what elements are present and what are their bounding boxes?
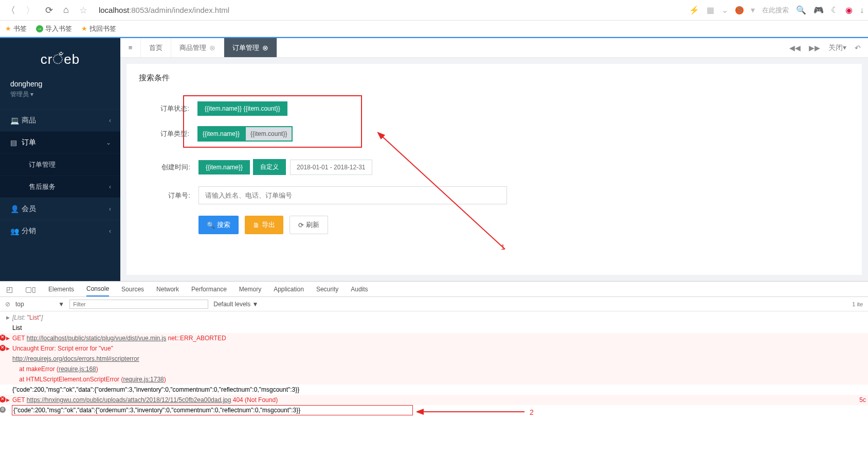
- tab-bar: ≡ 首页 商品管理⊗ 订单管理⊗ ◀◀ ▶▶ 关闭▾ ↶: [120, 38, 868, 58]
- chevron-left-icon: ‹: [109, 117, 111, 124]
- sidebar-item-order-manage[interactable]: 订单管理: [0, 153, 120, 176]
- sogou-icon[interactable]: S: [735, 6, 744, 14]
- night-mode-icon[interactable]: ☾: [831, 5, 838, 15]
- address-bar[interactable]: localhost:8053/admin/index/index.html: [99, 6, 229, 14]
- app-root: crਁeb dongheng 管理员 ▾ 💻商品‹ ▤订单⌄ 订单管理 售后服务…: [0, 38, 868, 281]
- forward-icon[interactable]: 〉: [24, 4, 37, 16]
- console-filter-input[interactable]: [69, 300, 208, 309]
- download-icon[interactable]: ↓: [860, 6, 864, 15]
- chevron-down-icon[interactable]: ⌄: [721, 5, 728, 15]
- chevron-left-icon: ‹: [109, 183, 111, 190]
- hidden-count: 1 ite: [852, 301, 863, 307]
- laptop-icon: 💻: [10, 116, 22, 125]
- tab-next-icon[interactable]: ▶▶: [809, 44, 820, 52]
- home-icon[interactable]: ⌂: [61, 5, 71, 15]
- app-logo: crਁeb: [0, 38, 120, 77]
- dt-tab-performance[interactable]: Performance: [191, 286, 227, 293]
- console-error-line[interactable]: at HTMLScriptElement.onScriptError (requ…: [0, 374, 868, 384]
- error-icon: ✕: [0, 335, 6, 341]
- create-time-label: 创建时间:: [139, 163, 190, 172]
- search-button[interactable]: 🔍搜索: [198, 216, 239, 234]
- flash-icon[interactable]: ⚡: [689, 5, 699, 15]
- sidebar-item-member[interactable]: 👤会员‹: [0, 198, 120, 220]
- dt-tab-console[interactable]: Console: [86, 285, 109, 296]
- chevron-left-icon: ‹: [109, 228, 111, 235]
- time-preset-pill[interactable]: {{item.name}}: [198, 160, 250, 174]
- dt-tab-network[interactable]: Network: [156, 286, 179, 293]
- highlight-box-1: 订单状态: {{item.name}} {{item.count}} 订单类型:…: [183, 95, 362, 148]
- order-status-pill[interactable]: {{item.name}} {{item.count}}: [197, 101, 287, 116]
- tab-order-manage[interactable]: 订单管理⊗: [224, 38, 277, 57]
- bookmarks-menu[interactable]: ★书签: [5, 24, 27, 33]
- console-error-line[interactable]: ✕▶GET http://localhost/public/static/plu…: [0, 333, 868, 343]
- console-filter-bar: ⊘ top ▼ Default levels ▼ 1 ite: [0, 297, 868, 311]
- refresh-button[interactable]: ⟳刷新: [290, 216, 328, 234]
- star-icon: ★: [81, 25, 87, 32]
- date-range-input[interactable]: 2018-01-01 - 2018-12-31: [290, 160, 372, 175]
- console-error-line[interactable]: ✕▶GET https://hnxingwu.com/public/upload…: [0, 395, 868, 405]
- console-error-line[interactable]: ✕▶Uncaught Error: Script error for "vue": [0, 343, 868, 354]
- undo-icon[interactable]: ↶: [855, 44, 861, 52]
- search-icon: 🔍: [207, 221, 215, 229]
- favorite-star-icon[interactable]: ☆: [77, 5, 89, 16]
- game-icon[interactable]: 🎮: [813, 5, 824, 15]
- close-icon[interactable]: ⊗: [209, 44, 215, 52]
- order-type-pill[interactable]: {{item.name}} {{item.count}}: [197, 126, 293, 142]
- search-panel: 搜索条件 订单状态: {{item.name}} {{item.count}} …: [126, 64, 862, 275]
- sidebar-item-order[interactable]: ▤订单⌄: [0, 131, 120, 153]
- sidebar-item-goods[interactable]: 💻商品‹: [0, 109, 120, 131]
- tab-home[interactable]: 首页: [141, 38, 171, 57]
- sidebar-item-after-sales[interactable]: 售后服务‹: [0, 176, 120, 198]
- console-line[interactable]: 8{"code":200,"msg":"ok","data":{"ordernu…: [0, 405, 868, 415]
- error-icon: ✕: [0, 396, 6, 403]
- clear-console-icon[interactable]: ⊘: [5, 301, 10, 308]
- qr-icon[interactable]: ▦: [707, 5, 714, 15]
- console-output: ▶[List: "List"] List ✕▶GET http://localh…: [0, 311, 868, 418]
- order-status-label: 订单状态:: [138, 104, 189, 113]
- highlight-box-2: {"code":200,"msg":"ok","data":{"ordernum…: [12, 406, 412, 415]
- console-error-line[interactable]: at makeError (require.js:168): [0, 364, 868, 374]
- dt-tab-application[interactable]: Application: [274, 286, 304, 293]
- console-error-line[interactable]: http://requirejs.org/docs/errors.html#sc…: [0, 354, 868, 364]
- dt-tab-sources[interactable]: Sources: [121, 286, 144, 293]
- user-block: dongheng 管理员 ▾: [0, 77, 120, 109]
- search-icon[interactable]: 🔍: [796, 5, 806, 15]
- console-line[interactable]: List: [0, 323, 868, 333]
- import-icon: →: [36, 25, 43, 32]
- tab-goods-manage[interactable]: 商品管理⊗: [171, 38, 224, 57]
- dt-tab-elements[interactable]: Elements: [48, 286, 74, 293]
- devtools-tabs: ◰ ▢▯ Elements Console Sources Network Pe…: [0, 282, 868, 297]
- order-type-label: 订单类型:: [138, 129, 189, 138]
- back-icon[interactable]: 〈: [4, 4, 17, 16]
- reload-icon[interactable]: ⟳: [43, 5, 55, 16]
- user-role[interactable]: 管理员 ▾: [10, 90, 110, 99]
- console-line[interactable]: {"code":200,"msg":"ok","data":{"ordernum…: [0, 384, 868, 395]
- sidebar: crਁeb dongheng 管理员 ▾ 💻商品‹ ▤订单⌄ 订单管理 售后服务…: [0, 38, 120, 281]
- device-icon[interactable]: ▢▯: [25, 285, 36, 293]
- find-bookmarks[interactable]: ★找回书签: [81, 24, 116, 33]
- tab-prev-icon[interactable]: ◀◀: [789, 44, 801, 52]
- search-placeholder-text[interactable]: 在此搜索: [762, 6, 789, 15]
- bookmark-bar: ★书签 →导入书签 ★找回书签: [0, 21, 868, 37]
- dt-tab-memory[interactable]: Memory: [239, 286, 261, 293]
- toolbar-right: ⚡ ▦ ⌄ S ▾ 在此搜索 🔍 🎮 ☾ ◉ ↓: [689, 5, 864, 15]
- custom-time-button[interactable]: 自定义: [253, 159, 286, 175]
- dt-tab-audits[interactable]: Audits: [351, 286, 368, 293]
- user-icon: 👤: [10, 205, 22, 213]
- inspect-icon[interactable]: ◰: [6, 285, 13, 293]
- close-tabs-dropdown[interactable]: 关闭▾: [828, 43, 846, 53]
- main-content: ≡ 首页 商品管理⊗ 订单管理⊗ ◀◀ ▶▶ 关闭▾ ↶ 搜索条件 订单状态: …: [120, 38, 868, 281]
- context-selector[interactable]: top ▼: [15, 301, 64, 308]
- console-line[interactable]: ▶[List: "List"]: [0, 312, 868, 323]
- order-search-input[interactable]: [198, 186, 507, 204]
- action-row: 🔍搜索 🗎导出 ⟳刷新: [198, 216, 849, 234]
- sidebar-menu: 💻商品‹ ▤订单⌄ 订单管理 售后服务‹ 👤会员‹ 👥分销‹: [0, 109, 120, 242]
- export-button[interactable]: 🗎导出: [245, 216, 283, 234]
- app-icon[interactable]: ◉: [845, 5, 853, 15]
- sidebar-item-distribution[interactable]: 👥分销‹: [0, 220, 120, 242]
- log-levels-dropdown[interactable]: Default levels ▼: [213, 301, 258, 308]
- dt-tab-security[interactable]: Security: [316, 286, 338, 293]
- import-bookmarks[interactable]: →导入书签: [36, 24, 72, 33]
- hamburger-icon[interactable]: ≡: [120, 38, 141, 57]
- close-icon[interactable]: ⊗: [262, 44, 268, 52]
